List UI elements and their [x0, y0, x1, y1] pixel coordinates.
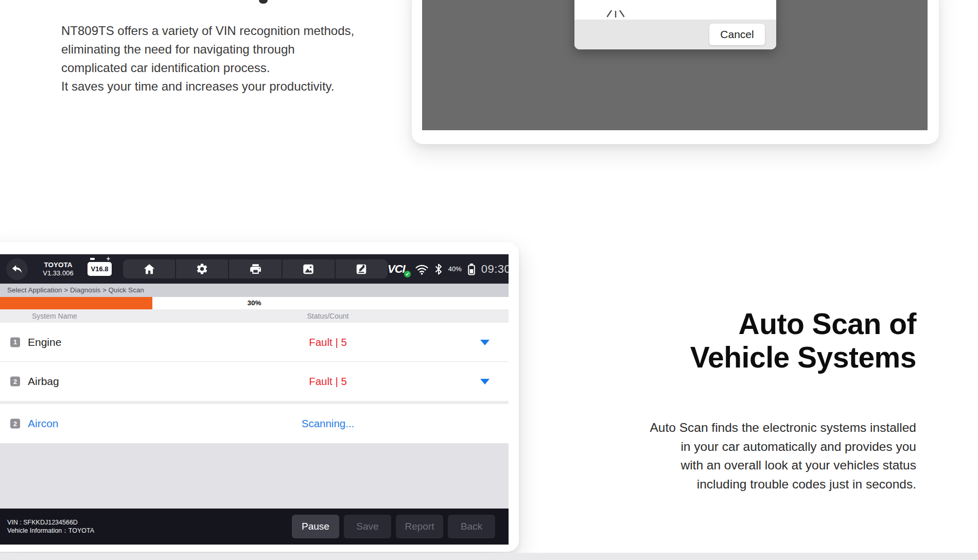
vehicle-info-value: Vehicle Information：TOYOTA: [7, 527, 94, 535]
status-icon-cluster: VCI ✓ 40% 09:30: [388, 262, 509, 276]
footer-buttons: Pause Save Report Back: [292, 515, 495, 538]
table-column-headers: System Name Status/Count: [0, 309, 509, 323]
battery-percent: 40%: [448, 265, 462, 273]
table-row-engine[interactable]: 1 Engine Fault | 5: [0, 323, 509, 362]
back-button[interactable]: [6, 258, 28, 280]
intro-line: complicated car identification process.: [61, 59, 354, 77]
table-row-aircon[interactable]: 2 Aircon Scanning...: [0, 404, 509, 443]
section-paragraph: Auto Scan finds the electronic systems i…: [504, 418, 916, 494]
header-nav-bar: [123, 259, 388, 278]
back-arrow-icon: [11, 263, 23, 275]
vin-info-block: VIN : SFKKDJ1234566D Vehicle Information…: [7, 518, 94, 535]
table-row-airbag[interactable]: 2 Airbag Fault | 5: [0, 362, 509, 404]
vehicle-id-block: TOYOTA V1.33.006: [35, 261, 81, 277]
section-paragraph-line: in your car automatically and provides y…: [504, 437, 916, 457]
data-notes-button[interactable]: [336, 259, 388, 278]
save-button[interactable]: Save: [344, 515, 391, 538]
battery-voltage-value: V16.8: [91, 265, 109, 273]
print-button[interactable]: [229, 259, 282, 278]
section-title: Auto Scan of Vehicle Systems: [504, 307, 916, 374]
report-button[interactable]: Report: [396, 515, 443, 538]
clock: 09:30: [481, 262, 509, 276]
bluetooth-icon: [434, 264, 443, 275]
progress-percent-label: 30%: [0, 297, 509, 309]
system-status: Scanning...: [302, 417, 355, 430]
loading-spinner-icon: [604, 10, 627, 18]
printer-icon: [249, 262, 262, 275]
row-number-badge: 1: [10, 337, 20, 347]
section-paragraph-line: with an overall look at your vehicles st…: [504, 456, 916, 475]
pause-button[interactable]: Pause: [292, 515, 339, 538]
vci-label: VCI: [388, 262, 405, 275]
expand-chevron-down-icon[interactable]: [480, 340, 490, 345]
device-footer: VIN : SFKKDJ1234566D Vehicle Information…: [0, 509, 509, 545]
section-title-line: Vehicle Systems: [504, 341, 916, 374]
system-status: Fault | 5: [309, 375, 347, 388]
software-version: V1.33.006: [35, 269, 81, 277]
battery-plus-terminal: +: [106, 256, 110, 261]
image-icon: [302, 262, 315, 276]
empty-scroll-area: [0, 443, 509, 509]
vci-connected-check-icon: ✓: [404, 270, 411, 278]
battery-icon: [467, 263, 476, 275]
dialog-footer: Cancel: [574, 20, 776, 49]
system-status: Fault | 5: [309, 336, 347, 348]
intro-line: NT809TS offers a variety of VIN recognit…: [61, 22, 354, 40]
back-button-footer[interactable]: Back: [448, 515, 495, 538]
vehicle-make: TOYOTA: [35, 261, 81, 269]
diagnostic-tablet-ui: TOYOTA V1.33.006 + V16.8: [0, 254, 509, 545]
scanning-dialog: Cancel: [574, 0, 776, 49]
vci-logo: VCI ✓: [388, 262, 409, 276]
intro-paragraph: NT809TS offers a variety of VIN recognit…: [61, 22, 354, 96]
intro-line: It saves your time and increases your pr…: [61, 77, 354, 96]
system-name: Airbag: [28, 375, 59, 388]
vin-value: VIN : SFKKDJ1234566D: [7, 518, 94, 527]
home-icon: [143, 262, 156, 276]
section-paragraph-line: Auto Scan finds the electronic systems i…: [504, 418, 916, 437]
battery-voltage-indicator: + V16.8: [88, 262, 112, 276]
breadcrumb: Select Application > Diagnosis > Quick S…: [0, 284, 509, 297]
expand-chevron-down-icon[interactable]: [480, 379, 490, 384]
settings-button[interactable]: [176, 259, 229, 278]
battery-minus-terminal: [90, 258, 95, 260]
scan-progress-bar: 30%: [0, 297, 509, 309]
column-system-name: System Name: [32, 309, 77, 323]
system-name: Engine: [28, 336, 61, 348]
cropped-heading-fragment: [259, 0, 268, 4]
wifi-icon: [415, 264, 429, 275]
system-name: Aircon: [28, 417, 59, 430]
home-button[interactable]: [123, 259, 176, 278]
intro-line: eliminating the need for navigating thro…: [61, 40, 354, 59]
notes-pen-icon: [355, 262, 368, 276]
section-paragraph-line: including trouble codes just in seconds.: [504, 475, 916, 494]
page-bottom-band: [0, 553, 978, 560]
section-title-line: Auto Scan of: [504, 307, 916, 341]
column-status-count: Status/Count: [307, 309, 349, 323]
row-number-badge: 2: [10, 419, 20, 429]
cancel-button[interactable]: Cancel: [709, 24, 765, 45]
screenshot-button[interactable]: [283, 259, 336, 278]
gear-icon: [196, 262, 208, 275]
row-number-badge: 2: [10, 377, 20, 387]
device-header: TOYOTA V1.33.006 + V16.8: [0, 254, 509, 284]
